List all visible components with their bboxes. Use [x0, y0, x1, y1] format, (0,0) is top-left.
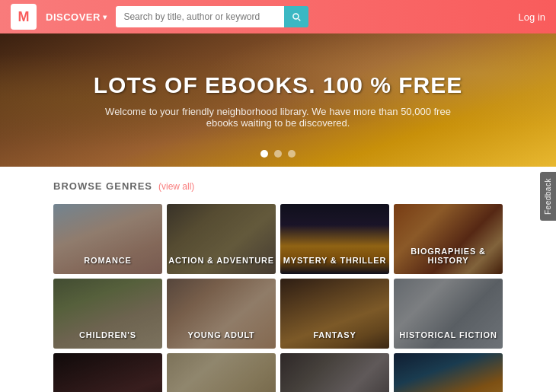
hero-title: LOTS OF EBOOKS. 100 % FREE	[94, 72, 462, 98]
genre-overlay-scifi: SCIENCE FICTION	[394, 353, 503, 392]
feedback-tab[interactable]: Feedback	[540, 172, 556, 221]
genre-tile-horror[interactable]: HORROR	[53, 353, 162, 392]
search-button[interactable]	[284, 6, 308, 27]
genre-tile-scifi[interactable]: SCIENCE FICTION	[394, 353, 503, 392]
header: M DISCOVER ▾ Log in	[0, 0, 556, 33]
genre-label-childrens: CHILDREN'S	[79, 330, 136, 339]
genre-overlay-action: ACTION & ADVENTURE	[167, 204, 276, 274]
search-icon	[291, 11, 302, 22]
logo[interactable]: M	[11, 4, 37, 30]
hero-dot-1[interactable]	[260, 150, 268, 158]
genre-label-action: ACTION & ADVENTURE	[168, 256, 274, 265]
login-link[interactable]: Log in	[519, 11, 545, 23]
genre-tile-biographies[interactable]: BIOGRAPHIES & HISTORY	[394, 204, 503, 274]
search-bar	[116, 6, 308, 27]
genre-overlay-youngadult: YOUNG ADULT	[167, 279, 276, 349]
genre-tile-mystery[interactable]: MYSTERY & THRILLER	[280, 204, 389, 274]
genre-overlay-horror: HORROR	[53, 353, 162, 392]
hero-banner: LOTS OF EBOOKS. 100 % FREE Welcome to yo…	[0, 33, 556, 167]
browse-section: BROWSE GENRES (view all) ROMANCE ACTION …	[0, 167, 556, 392]
genre-label-youngadult: YOUNG ADULT	[187, 330, 254, 339]
genre-overlay-literary: LITERARY FICTION	[167, 353, 276, 392]
genre-label-romance: ROMANCE	[84, 256, 131, 265]
genre-overlay-fantasy: FANTASY	[280, 279, 389, 349]
genre-overlay-mystery: MYSTERY & THRILLER	[280, 204, 389, 274]
genre-tile-literary[interactable]: LITERARY FICTION	[167, 353, 276, 392]
genre-grid: ROMANCE ACTION & ADVENTURE MYSTERY & THR…	[53, 204, 503, 392]
genre-overlay-nonfiction: NON-FICTION	[280, 353, 389, 392]
genre-tile-fantasy[interactable]: FANTASY	[280, 279, 389, 349]
genre-tile-childrens[interactable]: CHILDREN'S	[53, 279, 162, 349]
genre-tile-historicalfiction[interactable]: HISTORICAL FICTION	[394, 279, 503, 349]
view-all-link[interactable]: (view all)	[158, 181, 194, 192]
genre-tile-action[interactable]: ACTION & ADVENTURE	[167, 204, 276, 274]
genre-tile-nonfiction[interactable]: NON-FICTION	[280, 353, 389, 392]
genre-label-mystery: MYSTERY & THRILLER	[283, 256, 386, 265]
genre-tile-romance[interactable]: ROMANCE	[53, 204, 162, 274]
discover-nav[interactable]: DISCOVER ▾	[46, 11, 107, 23]
search-input[interactable]	[116, 6, 283, 27]
genre-label-historicalfiction: HISTORICAL FICTION	[399, 330, 497, 339]
genre-label-fantasy: FANTASY	[313, 330, 356, 339]
genre-tile-youngadult[interactable]: YOUNG ADULT	[167, 279, 276, 349]
hero-dots	[260, 150, 296, 158]
genre-overlay-romance: ROMANCE	[53, 204, 162, 274]
hero-background	[0, 33, 556, 167]
browse-title: BROWSE GENRES	[53, 180, 152, 192]
hero-subtitle: Welcome to your friendly neighborhood li…	[95, 106, 461, 129]
nav-caret-icon: ▾	[103, 13, 107, 21]
genre-label-biographies: BIOGRAPHIES & HISTORY	[394, 247, 503, 265]
hero-dot-3[interactable]	[288, 150, 296, 158]
genre-overlay-childrens: CHILDREN'S	[53, 279, 162, 349]
browse-header: BROWSE GENRES (view all)	[53, 180, 503, 192]
genre-overlay-biographies: BIOGRAPHIES & HISTORY	[394, 204, 503, 274]
hero-dot-2[interactable]	[274, 150, 282, 158]
genre-overlay-historicalfiction: HISTORICAL FICTION	[394, 279, 503, 349]
